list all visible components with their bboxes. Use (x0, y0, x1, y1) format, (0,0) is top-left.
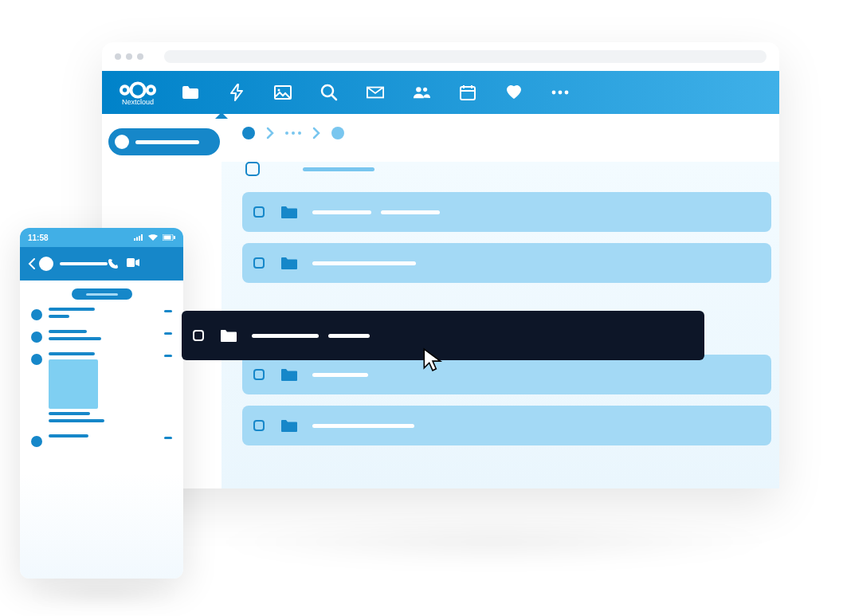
more-icon (551, 90, 569, 95)
file-list-header (242, 162, 771, 176)
traffic-light-minimize[interactable] (126, 53, 132, 60)
file-row[interactable] (242, 243, 771, 283)
breadcrumb-home[interactable] (242, 127, 255, 139)
url-bar[interactable] (164, 50, 767, 63)
back-icon[interactable] (28, 258, 36, 269)
file-meta-placeholder (381, 210, 440, 214)
folder-icon (220, 329, 237, 343)
breadcrumb (242, 127, 771, 139)
nav-more[interactable] (551, 84, 569, 101)
chat-message (31, 434, 172, 447)
nav-calendar[interactable] (459, 84, 476, 101)
chat-message (31, 352, 172, 426)
nav-files[interactable] (182, 84, 199, 101)
file-name-placeholder (312, 373, 368, 377)
svg-point-2 (147, 86, 155, 93)
file-row-selected[interactable] (182, 311, 704, 360)
select-all-checkbox[interactable] (245, 162, 260, 176)
svg-point-14 (552, 91, 556, 95)
app-titlebar: Nextcloud (102, 71, 779, 114)
file-row[interactable] (242, 355, 771, 394)
message-text-placeholder (49, 419, 104, 422)
message-time-placeholder (164, 310, 172, 312)
date-pill (72, 288, 132, 300)
signal-icon (134, 234, 143, 241)
nav-activity[interactable] (228, 84, 245, 101)
breadcrumb-ellipsis[interactable] (285, 131, 301, 135)
svg-rect-23 (174, 236, 175, 239)
wifi-icon (148, 234, 158, 241)
user-pill[interactable] (108, 128, 220, 155)
svg-point-5 (322, 85, 333, 96)
column-name-header[interactable] (303, 167, 374, 171)
svg-point-15 (559, 91, 563, 95)
brand-logo[interactable]: Nextcloud (118, 80, 158, 106)
file-row[interactable] (242, 406, 771, 445)
message-avatar (31, 436, 42, 447)
svg-rect-22 (164, 236, 171, 240)
row-checkbox[interactable] (253, 369, 265, 380)
search-icon (320, 84, 338, 101)
image-icon (274, 85, 292, 100)
user-avatar (115, 135, 129, 149)
video-icon[interactable] (127, 258, 139, 267)
active-app-indicator (215, 112, 228, 119)
file-name-placeholder (312, 210, 371, 214)
message-text-placeholder (49, 434, 88, 437)
nav-mail[interactable] (367, 84, 384, 101)
row-checkbox[interactable] (193, 330, 204, 341)
row-checkbox[interactable] (253, 257, 265, 269)
svg-rect-24 (127, 258, 135, 267)
row-checkbox[interactable] (253, 206, 265, 218)
mail-icon (367, 86, 384, 99)
cursor-icon (422, 347, 443, 371)
svg-point-1 (121, 86, 128, 93)
phone-header (20, 247, 183, 281)
svg-point-0 (131, 83, 144, 96)
file-meta-placeholder (328, 334, 370, 338)
user-name-placeholder (135, 140, 199, 144)
file-name-placeholder (312, 261, 416, 265)
folder-icon (280, 368, 298, 382)
svg-rect-10 (461, 87, 475, 100)
folder-icon (280, 419, 298, 433)
row-checkbox[interactable] (253, 420, 265, 431)
message-image[interactable] (49, 359, 98, 409)
message-time-placeholder (164, 332, 172, 335)
message-text-placeholder (49, 412, 90, 415)
folder-icon (280, 257, 298, 270)
chat-message (31, 330, 172, 344)
message-time-placeholder (164, 355, 172, 357)
chat-body (20, 304, 183, 447)
message-text-placeholder (49, 352, 95, 355)
chat-message (31, 308, 172, 322)
contact-avatar[interactable] (39, 257, 53, 271)
nav-search[interactable] (320, 84, 338, 101)
phone-status-bar: 11:58 (20, 228, 183, 247)
message-text-placeholder (49, 315, 69, 318)
heart-icon (505, 84, 523, 100)
browser-chrome (102, 42, 779, 71)
chevron-right-icon (312, 127, 320, 139)
message-text-placeholder (49, 330, 87, 333)
contacts-icon (413, 85, 430, 100)
battery-icon (163, 234, 175, 241)
nav-favorites[interactable] (505, 84, 523, 101)
svg-rect-20 (141, 234, 143, 241)
traffic-light-close[interactable] (115, 53, 121, 60)
file-row[interactable] (242, 192, 771, 232)
file-name-placeholder (312, 424, 414, 428)
chevron-right-icon (266, 127, 274, 139)
message-text-placeholder (49, 337, 101, 340)
content-area (222, 114, 779, 488)
svg-line-6 (332, 96, 336, 100)
file-name-placeholder (252, 334, 319, 338)
calendar-icon (460, 84, 476, 100)
nav-contacts[interactable] (413, 84, 430, 101)
breadcrumb-current (331, 127, 344, 139)
phone-icon[interactable] (108, 258, 119, 269)
folder-icon (182, 85, 199, 100)
svg-point-9 (423, 88, 427, 92)
nav-gallery[interactable] (274, 84, 292, 101)
traffic-light-zoom[interactable] (137, 53, 143, 60)
